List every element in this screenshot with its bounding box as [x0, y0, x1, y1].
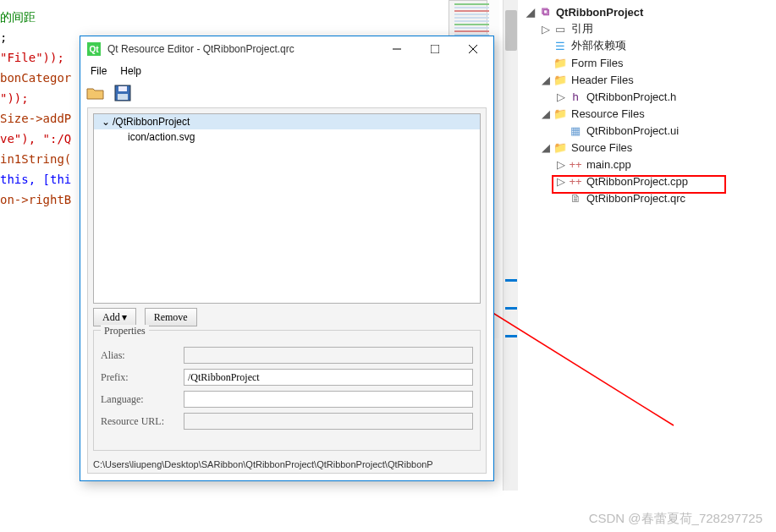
ui-file-icon: ▦ — [568, 124, 583, 137]
expand-icon[interactable]: ◢ — [539, 107, 553, 120]
h-file-icon: h — [568, 90, 583, 103]
button-label: Remove — [154, 311, 188, 324]
maximize-button[interactable] — [416, 37, 454, 61]
resource-files-node[interactable]: ◢ 📁 Resource Files — [524, 105, 771, 122]
folder-icon: 📁 — [553, 57, 568, 69]
button-label: Add — [102, 311, 120, 324]
file-label: main.cpp — [586, 158, 631, 171]
node-label: Form Files — [571, 57, 623, 69]
statusbar-path: C:\Users\liupeng\Desktop\SARibbon\QtRibb… — [93, 459, 481, 469]
form-files-node[interactable]: 📁 Form Files — [524, 54, 771, 71]
folder-icon: 📁 — [553, 141, 568, 154]
dropdown-icon: ▾ — [122, 311, 127, 324]
node-label: Source Files — [571, 141, 632, 154]
expand-icon[interactable]: ◢ — [524, 6, 537, 19]
header-files-node[interactable]: ◢ 📁 Header Files — [524, 71, 771, 88]
menu-help[interactable]: Help — [113, 63, 148, 79]
svg-rect-7 — [118, 94, 128, 100]
svg-rect-6 — [118, 86, 127, 91]
expand-icon[interactable]: ◢ — [539, 141, 553, 154]
file-label: icon/action.svg — [128, 131, 195, 143]
resource-url-label: Resource URL: — [101, 415, 177, 428]
ui-file-item[interactable]: ▦ QtRibbonProject.ui — [524, 122, 771, 139]
folder-icon: 📁 — [553, 74, 568, 86]
dialog-body: ⌄ /QtRibbonProject icon/action.svg Add ▾… — [87, 107, 487, 474]
save-button[interactable] — [111, 82, 135, 104]
node-label: 外部依赖项 — [571, 38, 626, 53]
remove-button[interactable]: Remove — [145, 308, 197, 326]
language-input[interactable] — [184, 391, 473, 408]
project-icon: ⧉ — [537, 5, 553, 19]
collapse-icon[interactable]: ⌄ — [99, 116, 113, 128]
svg-rect-2 — [431, 45, 439, 53]
prefix-input[interactable] — [184, 369, 473, 386]
alias-label: Alias: — [101, 349, 177, 362]
scrollbar-thumb[interactable] — [505, 10, 517, 51]
alias-input — [184, 347, 473, 364]
expand-icon[interactable]: ◢ — [539, 74, 553, 86]
watermark: CSDN @春蕾夏荷_728297725 — [589, 511, 762, 527]
titlebar[interactable]: Qt Qt Resource Editor - QtRibbonProject.… — [80, 36, 493, 62]
add-button[interactable]: Add ▾ — [93, 308, 136, 326]
node-label: Resource Files — [571, 107, 645, 120]
file-label: QtRibbonProject.h — [586, 90, 676, 103]
folder-icon: 📁 — [553, 107, 568, 120]
prefix-label: Prefix: — [101, 371, 177, 384]
header-file-item[interactable]: ▷ h QtRibbonProject.h — [524, 88, 771, 105]
node-label: /QtRibbonProject — [113, 116, 190, 128]
expand-icon[interactable]: ▷ — [554, 90, 568, 103]
open-folder-button[interactable] — [84, 82, 107, 104]
solution-explorer: ◢ ⧉ QtRibbonProject ▷ ▭ 引用 ☰ 外部依赖项 📁 For… — [519, 0, 776, 512]
close-button[interactable] — [454, 37, 492, 61]
minimize-button[interactable] — [377, 37, 416, 61]
annotation-highlight — [552, 175, 726, 194]
window-title: Qt Resource Editor - QtRibbonProject.qrc — [107, 43, 377, 55]
node-label: QtRibbonProject — [556, 6, 643, 19]
editor-scrollbar[interactable] — [503, 0, 518, 491]
resource-prefix-node[interactable]: ⌄ /QtRibbonProject — [94, 114, 480, 129]
node-label: Header Files — [571, 74, 634, 86]
properties-legend: Properties — [101, 325, 149, 337]
references-node[interactable]: ▷ ▭ 引用 — [524, 20, 771, 37]
resource-file-item[interactable]: icon/action.svg — [94, 129, 480, 145]
language-label: Language: — [101, 393, 177, 406]
menubar: File Help — [80, 62, 493, 80]
node-label: 引用 — [571, 21, 593, 36]
toolbar — [80, 80, 493, 106]
external-deps-node[interactable]: ☰ 外部依赖项 — [524, 37, 771, 54]
qt-resource-editor-dialog: Qt Qt Resource Editor - QtRibbonProject.… — [80, 36, 494, 481]
cpp-file-item[interactable]: ▷ ++ main.cpp — [524, 156, 771, 173]
file-label: QtRibbonProject.ui — [586, 124, 679, 137]
project-root-node[interactable]: ◢ ⧉ QtRibbonProject — [524, 3, 771, 20]
properties-group: Properties Alias: Prefix: Language: Reso… — [93, 330, 481, 451]
qt-icon: Qt — [87, 42, 101, 56]
expand-icon[interactable]: ▷ — [554, 158, 568, 171]
expand-icon[interactable]: ▷ — [539, 23, 553, 36]
resource-url-input — [184, 413, 473, 430]
references-icon: ▭ — [553, 23, 568, 36]
menu-file[interactable]: File — [84, 63, 113, 79]
cpp-file-icon: ++ — [568, 158, 583, 171]
source-files-node[interactable]: ◢ 📁 Source Files — [524, 139, 771, 156]
external-deps-icon: ☰ — [553, 40, 568, 52]
resource-tree[interactable]: ⌄ /QtRibbonProject icon/action.svg — [93, 113, 481, 304]
